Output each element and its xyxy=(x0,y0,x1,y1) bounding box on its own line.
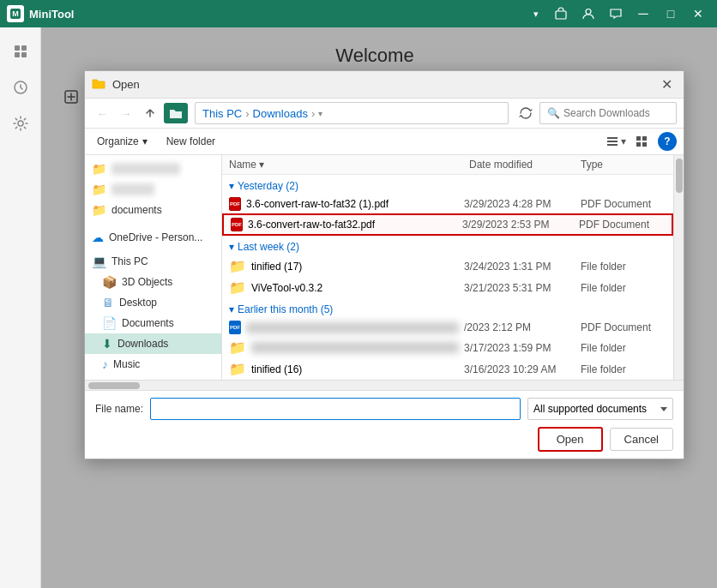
filename-row: File name: All supported documents xyxy=(95,398,673,420)
folder-icon: 📁 xyxy=(92,162,106,176)
chat-button[interactable] xyxy=(604,3,628,24)
col-type-header: Type xyxy=(581,159,666,171)
nav-item-documents-main[interactable]: 📄 Documents xyxy=(85,313,221,333)
folder-icon-1: 📁 xyxy=(229,258,246,274)
dialog-nav: ← → This PC › Downloads › ▾ xyxy=(85,99,684,129)
breadcrumb-downloads[interactable]: Downloads xyxy=(253,107,308,120)
file-name-4: ViVeTool-v0.3.2 xyxy=(251,282,459,294)
h-scrollbar-thumb[interactable] xyxy=(88,382,140,389)
file-row-blurred-pdf[interactable]: PDF /2023 2:12 PM PDF Document xyxy=(222,318,673,337)
store-button[interactable] xyxy=(549,3,573,24)
group-yesterday[interactable]: ▾ Yesterday (2) xyxy=(222,175,673,195)
file-name-2: 3.6-convert-raw-to-fat32.pdf xyxy=(248,219,457,231)
dialog-title-text: Open xyxy=(112,78,656,91)
close-button[interactable]: ✕ xyxy=(686,3,710,24)
svg-rect-2 xyxy=(556,11,566,19)
nav-item-blurred-2[interactable]: 📁 xyxy=(85,179,221,200)
file-type-4: File folder xyxy=(581,282,666,294)
nav-panel: 📁 📁 📁 documents ☁ xyxy=(85,155,222,380)
file-row-pdf1[interactable]: PDF 3.6-convert-raw-to-fat32 (1).pdf 3/2… xyxy=(222,195,673,213)
file-type-5: File folder xyxy=(581,363,666,375)
file-row-folder1[interactable]: 📁 tinified (17) 3/24/2023 1:31 PM File f… xyxy=(222,255,673,277)
app-logo: M xyxy=(7,5,24,22)
svg-rect-15 xyxy=(642,136,647,141)
file-date-3: 3/24/2023 1:31 PM xyxy=(464,261,575,273)
app-name: MiniTool xyxy=(29,8,533,21)
dialog-open-button[interactable]: Open xyxy=(538,427,603,452)
file-row-tinified16[interactable]: 📁 tinified (16) 3/16/2023 10:29 AM File … xyxy=(222,358,673,380)
sidebar xyxy=(0,27,41,588)
nav-refresh-button[interactable] xyxy=(515,103,536,123)
svg-rect-4 xyxy=(15,45,20,51)
col-name-header[interactable]: Name ▾ xyxy=(229,159,469,171)
pdf-blurred-icon: PDF xyxy=(229,321,241,334)
nav-item-onedrive[interactable]: ☁ OneDrive - Person... xyxy=(85,227,221,248)
nav-forward-button[interactable]: → xyxy=(116,103,136,123)
organize-button[interactable]: Organize ▾ xyxy=(92,133,153,150)
nav-item-desktop[interactable]: 🖥 Desktop xyxy=(85,292,221,313)
filetype-select[interactable]: All supported documents xyxy=(527,398,673,420)
minimize-button[interactable]: ─ xyxy=(631,3,655,24)
nav-back-button[interactable]: ← xyxy=(92,103,112,123)
file-date-blurred-2: 3/17/2023 1:59 PM xyxy=(464,342,575,354)
sidebar-icon-2[interactable] xyxy=(5,72,36,103)
organize-dropdown-icon: ▾ xyxy=(142,135,148,147)
svg-point-3 xyxy=(586,9,591,15)
file-row-pdf2[interactable]: PDF 3.6-convert-raw-to-fat32.pdf 3/29/20… xyxy=(222,213,673,236)
title-bar-controls: ─ □ ✕ xyxy=(549,3,710,24)
file-type-3: File folder xyxy=(581,261,666,273)
settings-icon[interactable] xyxy=(5,108,36,139)
dialog-bottom: File name: All supported documents Open … xyxy=(85,390,684,459)
breadcrumb: This PC › Downloads › ▾ xyxy=(195,102,509,124)
dialog-cancel-button[interactable]: Cancel xyxy=(610,428,673,451)
horizontal-scrollbar[interactable] xyxy=(85,380,684,390)
nav-up-button[interactable] xyxy=(140,103,160,123)
breadcrumb-dropdown[interactable]: ▾ xyxy=(318,109,322,118)
file-name-3: tinified (17) xyxy=(251,261,459,273)
view-list-button[interactable]: ▾ xyxy=(601,132,630,151)
dialog-title-bar: Open ✕ xyxy=(85,71,684,99)
nav-item-documents[interactable]: 📁 documents xyxy=(85,200,221,220)
nav-folder-icon[interactable] xyxy=(164,103,188,123)
documents-folder-icon: 📁 xyxy=(92,203,106,217)
file-row-blurred-folder[interactable]: 📁 3/17/2023 1:59 PM File folder xyxy=(222,337,673,358)
nav-item-music[interactable]: ♪ Music xyxy=(85,354,221,375)
onedrive-icon: ☁ xyxy=(92,231,104,244)
search-input[interactable] xyxy=(563,107,669,119)
maximize-button[interactable]: □ xyxy=(659,3,683,24)
nav-item-onedrive-label: OneDrive - Person... xyxy=(109,231,202,243)
filename-input[interactable] xyxy=(150,398,521,420)
help-button[interactable]: ? xyxy=(658,132,677,151)
svg-rect-14 xyxy=(636,136,641,141)
search-icon: 🔍 xyxy=(547,107,560,119)
nav-item-3d-objects[interactable]: 📦 3D Objects xyxy=(85,272,221,292)
nav-item-this-pc[interactable]: 💻 This PC xyxy=(85,251,221,272)
svg-text:M: M xyxy=(12,9,19,18)
new-folder-button[interactable]: New folder xyxy=(160,133,222,150)
downloads-icon: ⬇ xyxy=(102,337,112,351)
col-date-header[interactable]: Date modified xyxy=(469,159,581,171)
scrollbar-thumb[interactable] xyxy=(676,159,683,193)
dialog-overlay: Open ✕ ← → This PC › Down xyxy=(41,27,717,588)
dialog-folder-icon xyxy=(92,77,105,92)
nav-item-downloads[interactable]: ⬇ Downloads xyxy=(85,333,221,354)
nav-item-blurred-1[interactable]: 📁 xyxy=(85,159,221,179)
vertical-scrollbar[interactable] xyxy=(673,155,684,380)
group-earlier[interactable]: ▾ Earlier this month (5) xyxy=(222,298,673,318)
desktop-icon: 🖥 xyxy=(102,296,114,309)
dropdown-arrow[interactable]: ▾ xyxy=(533,9,539,20)
user-button[interactable] xyxy=(576,3,600,24)
svg-rect-12 xyxy=(607,141,618,142)
folder-icon-3: 📁 xyxy=(229,361,246,377)
file-row-folder2[interactable]: 📁 ViVeTool-v0.3.2 3/21/2023 5:31 PM File… xyxy=(222,277,673,298)
title-bar: M MiniTool ▾ ─ □ ✕ xyxy=(0,0,717,27)
this-pc-icon: 💻 xyxy=(92,255,106,268)
view-grid-button[interactable] xyxy=(632,134,651,149)
group-last-week[interactable]: ▾ Last week (2) xyxy=(222,236,673,255)
dialog-body: 📁 📁 📁 documents ☁ xyxy=(85,155,684,380)
breadcrumb-this-pc[interactable]: This PC xyxy=(202,107,242,120)
nav-item-3d-label: 3D Objects xyxy=(122,276,172,288)
sidebar-icon-1[interactable] xyxy=(5,36,36,67)
dialog-close-button[interactable]: ✕ xyxy=(656,75,677,95)
svg-rect-6 xyxy=(15,52,20,57)
